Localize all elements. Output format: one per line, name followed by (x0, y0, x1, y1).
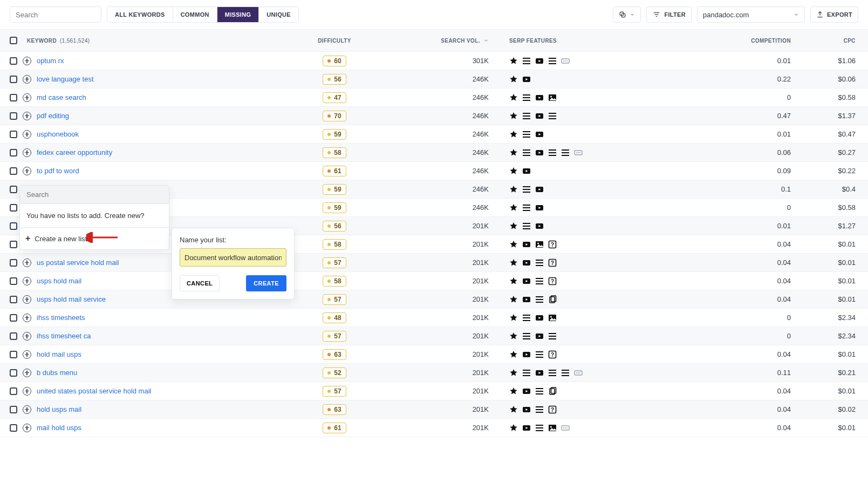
add-to-list-icon[interactable] (23, 277, 31, 285)
keyword-link[interactable]: to pdf to word (37, 167, 79, 175)
col-search-vol[interactable]: SEARCH VOL. (388, 38, 496, 44)
keyword-search-box[interactable] (10, 6, 101, 23)
list-icon (548, 148, 557, 157)
add-to-list-icon[interactable] (23, 258, 31, 267)
copy-dropdown-button[interactable] (613, 6, 641, 23)
keyword-link[interactable]: united states postal service hold mail (37, 387, 151, 395)
add-to-list-icon[interactable] (23, 369, 31, 377)
tab-all-keywords[interactable]: ALL KEYWORDS (107, 7, 173, 22)
col-keyword[interactable]: KEYWORD (1,561,524) (0, 37, 281, 44)
add-to-list-icon[interactable] (23, 295, 31, 304)
star-icon (509, 332, 518, 341)
row-checkbox[interactable] (10, 369, 17, 377)
add-to-list-icon[interactable] (23, 332, 31, 341)
row-checkbox[interactable] (10, 112, 17, 120)
star-icon (509, 57, 518, 65)
keyword-link[interactable]: ihss timesheet ca (37, 332, 91, 340)
serp-features (509, 295, 694, 304)
keyword-link[interactable]: pdf editing (37, 112, 69, 120)
row-checkbox[interactable] (10, 204, 17, 212)
difficulty-pill: 57 (323, 257, 346, 268)
serp-features (509, 258, 694, 267)
list-icon (522, 332, 531, 341)
add-to-list-icon[interactable] (23, 148, 31, 157)
add-to-list-icon[interactable] (23, 167, 31, 175)
keyword-link[interactable]: md case search (37, 93, 86, 101)
row-checkbox[interactable] (10, 277, 17, 285)
keyword-link[interactable]: b dubs menu (37, 369, 77, 377)
list-icon (522, 57, 531, 65)
row-checkbox[interactable] (10, 259, 17, 267)
row-checkbox[interactable] (10, 387, 17, 395)
row-checkbox[interactable] (10, 332, 17, 340)
serp-features (509, 112, 694, 120)
row-checkbox[interactable] (10, 167, 17, 175)
create-list-name-input[interactable] (180, 248, 286, 267)
row-checkbox[interactable] (10, 314, 17, 322)
cpc-value: $0.01 (798, 240, 863, 248)
difficulty-pill: 58 (323, 276, 346, 287)
col-competition[interactable]: COMPETITION (701, 38, 798, 44)
col-serp[interactable]: SERP FEATURES (496, 38, 701, 44)
add-to-list-icon[interactable] (23, 130, 31, 139)
row-checkbox[interactable] (10, 186, 17, 193)
tab-missing[interactable]: MISSING (217, 7, 259, 22)
popup-add-to-list: You have no lists to add. Create new? + … (19, 185, 169, 250)
row-checkbox[interactable] (10, 296, 17, 303)
row-checkbox[interactable] (10, 57, 17, 65)
keyword-search-input[interactable] (15, 10, 107, 19)
row-checkbox[interactable] (10, 351, 17, 358)
tab-unique[interactable]: UNIQUE (259, 7, 298, 22)
add-to-list-icon[interactable] (23, 350, 31, 359)
create-button[interactable]: CREATE (246, 275, 286, 291)
add-to-list-icon[interactable] (23, 75, 31, 84)
cancel-button[interactable]: CANCEL (180, 275, 220, 291)
cpc-value: $0.01 (798, 258, 863, 267)
create-new-list-row[interactable]: + Create a new list (20, 228, 169, 249)
row-checkbox[interactable] (10, 222, 17, 230)
row-checkbox[interactable] (10, 406, 17, 413)
tab-common[interactable]: COMMON (173, 7, 217, 22)
col-cpc[interactable]: CPC (798, 38, 863, 44)
keyword-link[interactable]: hold mail usps (37, 350, 81, 358)
add-to-list-icon[interactable] (23, 93, 31, 102)
domain-select[interactable]: pandadoc.com (697, 6, 805, 23)
keyword-link[interactable]: usps hold mail service (37, 295, 106, 303)
star-icon (509, 240, 518, 249)
row-checkbox[interactable] (10, 424, 17, 432)
video-icon (535, 112, 544, 120)
table-row: b dubs menu52201K0.11$0.21 (0, 364, 868, 382)
keyword-link[interactable]: usphonebook (37, 130, 79, 138)
copies-icon (548, 387, 557, 396)
add-to-list-icon[interactable] (23, 387, 31, 396)
add-to-list-icon[interactable] (23, 57, 31, 65)
add-to-list-icon[interactable] (23, 405, 31, 414)
export-label: EXPORT (827, 11, 852, 18)
video-icon (535, 130, 544, 139)
popup-empty-message: You have no lists to add. Create new? (20, 204, 169, 228)
keyword-link[interactable]: ihss timesheets (37, 314, 85, 322)
add-to-list-icon[interactable] (23, 424, 31, 432)
keyword-link[interactable]: hold usps mail (37, 405, 81, 413)
col-difficulty[interactable]: DIFFICULTY (281, 38, 388, 44)
row-checkbox[interactable] (10, 94, 17, 101)
add-to-list-icon[interactable] (23, 314, 31, 322)
filter-button[interactable]: FILTER (646, 6, 691, 23)
keyword-link[interactable]: love language test (37, 75, 94, 83)
export-button[interactable]: EXPORT (810, 6, 858, 23)
add-to-list-icon[interactable] (23, 112, 31, 120)
domain-value: pandadoc.com (703, 11, 749, 19)
row-checkbox[interactable] (10, 241, 17, 248)
select-all-checkbox[interactable] (10, 37, 17, 44)
difficulty-pill: 59 (323, 129, 346, 140)
row-checkbox[interactable] (10, 131, 17, 138)
search-volume: 246K (388, 148, 496, 156)
row-checkbox[interactable] (10, 149, 17, 156)
keyword-link[interactable]: mail hold usps (37, 424, 81, 432)
popup-list-search-input[interactable] (25, 190, 163, 199)
row-checkbox[interactable] (10, 76, 17, 83)
keyword-link[interactable]: fedex career opportunity (37, 148, 112, 156)
keyword-link[interactable]: optum rx (37, 57, 64, 65)
keyword-link[interactable]: usps hold mail (37, 277, 81, 285)
keyword-link[interactable]: us postal service hold mail (37, 258, 119, 267)
